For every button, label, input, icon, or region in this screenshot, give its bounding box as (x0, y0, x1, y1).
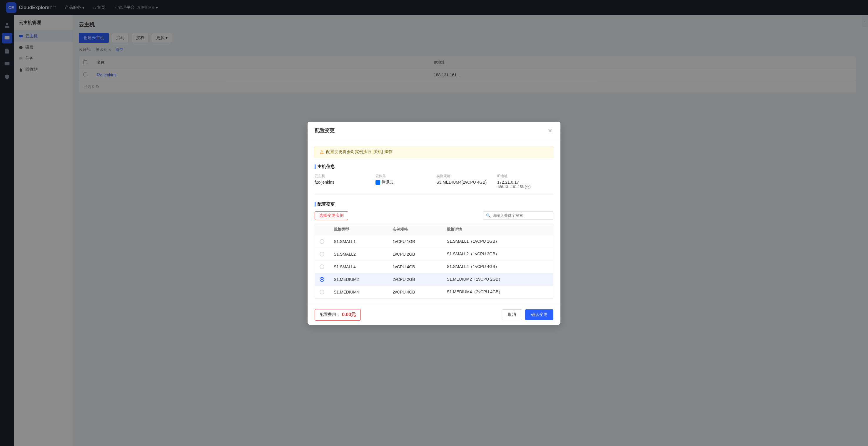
ip-label: IP地址 (497, 174, 553, 179)
cost-value: 0.00元 (342, 312, 356, 318)
confirm-button[interactable]: 确认变更 (525, 309, 553, 320)
spec-label: 实例规格 (436, 174, 493, 179)
spec-value: S3.MEDIUM4(2vCPU 4GB) (436, 180, 493, 184)
instance-spec-s1small2: 1vCPU 2GB (388, 248, 442, 260)
info-ip: IP地址 172.21.0.17 188.131.161.156 (公) (497, 174, 553, 190)
instance-row[interactable]: S1.MEDIUM4 2vCPU 4GB S1.MEDIUM4（2vCPU 4G… (315, 285, 553, 298)
cancel-button[interactable]: 取消 (502, 309, 522, 320)
instance-type-s1small2: S1.SMALL2 (329, 248, 388, 260)
instance-table: 规格类型 实例规格 规格详情 S1.SMALL1 1vCPU 1GB S1.SM… (315, 224, 553, 299)
cost-label: 配置费用： (320, 312, 340, 317)
config-change-modal: 配置变更 ✕ ⚠ 配置变更将会对实例执行 [关机] 操作 主机信息 云主机 f2… (308, 122, 560, 325)
instance-row[interactable]: S1.MEDIUM2 2vCPU 2GB S1.MEDIUM2（2vCPU 2G… (315, 273, 553, 285)
instance-detail-s1small1: S1.SMALL1（1vCPU 1GB） (442, 235, 553, 248)
search-box[interactable]: 🔍 (483, 211, 553, 220)
info-spec: 实例规格 S3.MEDIUM4(2vCPU 4GB) (436, 174, 493, 190)
instance-spec-s1small4: 1vCPU 4GB (388, 260, 442, 273)
selection-label: 选择变更实例 (315, 211, 348, 220)
instance-row[interactable]: S1.SMALL4 1vCPU 4GB S1.SMALL4（1vCPU 4GB） (315, 260, 553, 273)
search-input[interactable] (493, 213, 550, 218)
info-account: 云账号 腾讯云 (375, 174, 432, 190)
instance-spec-s1medium4: 2vCPU 4GB (388, 285, 442, 298)
modal-title: 配置变更 (315, 127, 335, 134)
modal-body: ⚠ 配置变更将会对实例执行 [关机] 操作 主机信息 云主机 f2c-jenki… (308, 140, 560, 305)
instance-type-s1small4: S1.SMALL4 (329, 260, 388, 273)
modal-footer: 配置费用： 0.00元 取消 确认变更 (308, 305, 560, 325)
instance-detail-s1small4: S1.SMALL4（1vCPU 4GB） (442, 260, 553, 273)
modal-close-button[interactable]: ✕ (547, 127, 553, 135)
search-icon: 🔍 (486, 213, 491, 218)
modal-overlay: 配置变更 ✕ ⚠ 配置变更将会对实例执行 [关机] 操作 主机信息 云主机 f2… (0, 0, 868, 446)
col-type: 规格类型 (329, 224, 388, 235)
instance-row[interactable]: S1.SMALL2 1vCPU 2GB S1.SMALL2（1vCPU 2GB） (315, 248, 553, 260)
ip-value2: 188.131.161.156 (公) (497, 184, 553, 190)
host-info-section-title: 主机信息 (315, 164, 553, 170)
instance-radio-s1medium4[interactable] (320, 290, 324, 295)
instance-spec-s1small1: 1vCPU 1GB (388, 235, 442, 248)
selection-header: 选择变更实例 🔍 (315, 211, 553, 220)
col-spec: 实例规格 (388, 224, 442, 235)
instance-detail-s1small2: S1.SMALL2（1vCPU 2GB） (442, 248, 553, 260)
col-detail: 规格详情 (442, 224, 553, 235)
warning-icon: ⚠ (320, 149, 324, 155)
warning-banner: ⚠ 配置变更将会对实例执行 [关机] 操作 (315, 146, 553, 158)
modal-header: 配置变更 ✕ (308, 122, 560, 140)
cost-box: 配置费用： 0.00元 (315, 309, 361, 320)
instance-detail-s1medium4: S1.MEDIUM4（2vCPU 4GB） (442, 285, 553, 298)
tencent-cloud-logo (375, 180, 380, 185)
instance-row[interactable]: S1.SMALL1 1vCPU 1GB S1.SMALL1（1vCPU 1GB） (315, 235, 553, 248)
instance-radio-s1medium2[interactable] (320, 277, 324, 282)
account-value: 腾讯云 (375, 180, 432, 186)
host-info-grid: 云主机 f2c-jenkins 云账号 腾讯云 实例规格 S3.MEDIUM4(… (315, 174, 553, 195)
vm-value: f2c-jenkins (315, 180, 371, 184)
config-section-title: 配置变更 (315, 202, 553, 207)
instance-radio-s1small2[interactable] (320, 252, 324, 256)
instance-type-s1medium2: S1.MEDIUM2 (329, 273, 388, 285)
instance-type-s1medium4: S1.MEDIUM4 (329, 285, 388, 298)
instance-spec-s1medium2: 2vCPU 2GB (388, 273, 442, 285)
account-label: 云账号 (375, 174, 432, 179)
vm-label: 云主机 (315, 174, 371, 179)
instance-type-s1small1: S1.SMALL1 (329, 235, 388, 248)
instance-radio-s1small1[interactable] (320, 239, 324, 244)
ip-value1: 172.21.0.17 (497, 180, 553, 184)
instance-detail-s1medium2: S1.MEDIUM2（2vCPU 2GB） (442, 273, 553, 285)
info-vm: 云主机 f2c-jenkins (315, 174, 371, 190)
instance-radio-s1small4[interactable] (320, 265, 324, 269)
